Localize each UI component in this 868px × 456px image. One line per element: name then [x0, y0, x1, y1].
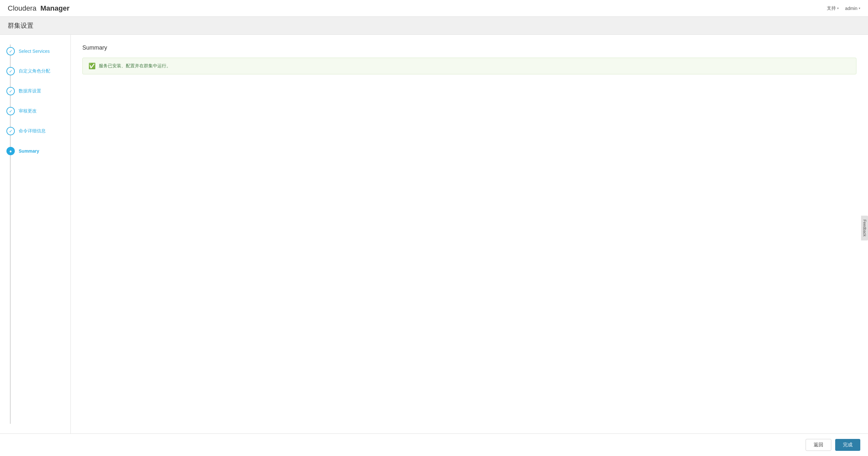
back-button[interactable]: 返回 [806, 439, 831, 451]
sidebar-label-review-changes: 审核更改 [19, 108, 37, 114]
sidebar-item-command-details[interactable]: ✓ 命令详细信息 [0, 121, 70, 141]
content-title: Summary [82, 45, 857, 51]
feedback-tab[interactable]: Feedback [861, 216, 868, 240]
support-dropdown-icon: ▾ [837, 6, 839, 10]
admin-menu[interactable]: admin ▾ [845, 6, 860, 11]
step-circle-review-changes: ✓ [6, 107, 15, 115]
active-dot-icon: ● [9, 149, 12, 153]
success-text: 服务已安装、配置并在群集中运行。 [99, 63, 171, 69]
sidebar-label-db-settings: 数据库设置 [19, 88, 41, 94]
logo-regular: Cloudera [8, 4, 36, 12]
page-title-bar: 群集设置 [0, 17, 868, 35]
sidebar-item-role-assignment[interactable]: ✓ 自定义角色分配 [0, 61, 70, 81]
header: Cloudera Manager 支持 ▾ admin ▾ [0, 0, 868, 17]
sidebar-item-summary[interactable]: ● Summary [0, 141, 70, 161]
success-message-box: ✅ 服务已安装、配置并在群集中运行。 [82, 58, 857, 75]
step-circle-command-details: ✓ [6, 127, 15, 135]
step-circle-role-assignment: ✓ [6, 67, 15, 75]
sidebar-label-command-details: 命令详细信息 [19, 128, 46, 134]
support-label: 支持 [827, 5, 836, 11]
support-menu[interactable]: 支持 ▾ [827, 5, 839, 11]
checkmark-icon: ✓ [9, 49, 12, 54]
logo-bold: Manager [40, 4, 69, 12]
sidebar-item-select-services[interactable]: ✓ Select Services [0, 41, 70, 61]
app-logo: Cloudera Manager [8, 4, 69, 12]
sidebar-item-db-settings[interactable]: ✓ 数据库设置 [0, 81, 70, 101]
sidebar-label-select-services: Select Services [19, 49, 50, 54]
admin-dropdown-icon: ▾ [859, 6, 860, 10]
step-circle-select-services: ✓ [6, 47, 15, 55]
header-right: 支持 ▾ admin ▾ [827, 5, 860, 11]
page-title: 群集设置 [8, 21, 860, 30]
main-area: ✓ Select Services ✓ 自定义角色分配 ✓ 数据库设置 ✓ 审核… [0, 35, 868, 433]
step-circle-db-settings: ✓ [6, 87, 15, 95]
content-panel: Summary ✅ 服务已安装、配置并在群集中运行。 [71, 35, 868, 433]
checkmark-icon: ✓ [9, 129, 12, 134]
checkmark-icon: ✓ [9, 109, 12, 114]
sidebar: ✓ Select Services ✓ 自定义角色分配 ✓ 数据库设置 ✓ 审核… [0, 35, 71, 433]
finish-button[interactable]: 完成 [835, 439, 860, 451]
admin-label: admin [845, 6, 857, 11]
step-circle-summary: ● [6, 147, 15, 155]
sidebar-item-review-changes[interactable]: ✓ 审核更改 [0, 101, 70, 121]
sidebar-label-role-assignment: 自定义角色分配 [19, 68, 50, 74]
success-circle-icon: ✅ [89, 62, 96, 69]
checkmark-icon: ✓ [9, 69, 12, 74]
checkmark-icon: ✓ [9, 89, 12, 94]
sidebar-label-summary: Summary [19, 148, 39, 153]
footer: 返回 完成 [0, 433, 868, 456]
